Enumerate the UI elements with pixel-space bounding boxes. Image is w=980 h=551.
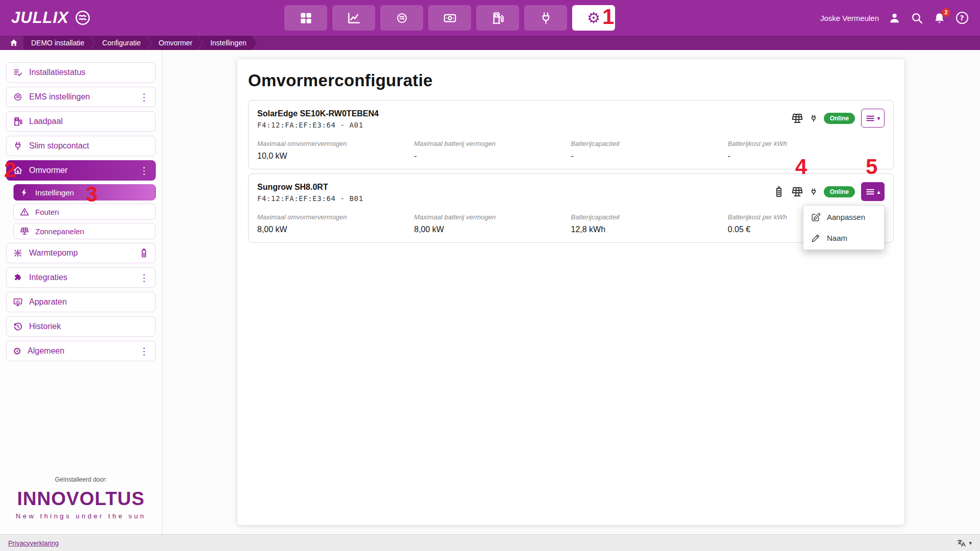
brand-brain-icon <box>73 8 92 28</box>
sidebar-item-label: Apparaten <box>29 297 67 307</box>
breadcrumb-item-installation[interactable]: DEMO installatie <box>23 36 94 50</box>
brand-wordmark: JULLIX <box>11 9 69 27</box>
annotation-4: 4 <box>795 156 807 178</box>
annotation-1: 1 <box>602 6 614 28</box>
device-card-sungrow: Sungrow SH8.0RT F4:12:FA:EF:E3:64 - B01 <box>248 173 894 243</box>
main-area: Omvormerconfiguratie SolarEdge SE10K-RW0… <box>162 50 980 534</box>
nav-finance-button[interactable] <box>428 5 471 31</box>
nav-consumption-button[interactable] <box>524 5 567 31</box>
device-header: Sungrow SH8.0RT F4:12:FA:EF:E3:64 - B01 <box>257 182 885 203</box>
breadcrumb-item-omvormer[interactable]: Omvormer <box>147 36 203 50</box>
banknote-icon <box>443 11 457 25</box>
privacy-link[interactable]: Privacyverklaring <box>8 539 59 547</box>
sidebar-item-label: Slim stopcontact <box>29 141 89 151</box>
sidebar-item-installatiestatus[interactable]: Installatiestatus <box>6 62 156 83</box>
solar-panel-icon <box>791 112 803 124</box>
sidebar-item-label: Omvormer <box>29 166 68 175</box>
breadcrumb: DEMO installatie Configuratie Omvormer I… <box>0 36 980 50</box>
sidebar-item-fouten[interactable]: Fouten <box>13 204 156 220</box>
sidebar-item-label: Algemeen <box>28 346 64 356</box>
field-max-inverter-power: Maximaal omvormervermogen 10,0 kW <box>257 140 414 161</box>
field-max-battery-power: Maximaal batterij vermogen - <box>414 140 571 161</box>
search-icon <box>911 12 923 24</box>
kebab-menu-icon[interactable]: ⋮ <box>139 273 149 283</box>
field-max-inverter-power: Maximaal omvormervermogen 8,00 kW <box>257 213 414 234</box>
sidebar-item-integraties[interactable]: Integraties ⋮ <box>6 267 156 288</box>
nav-dashboard-button[interactable] <box>284 5 327 31</box>
sidebar-item-label: Instellingen <box>35 188 74 197</box>
profile-button[interactable] <box>888 11 901 25</box>
device-menu-button-open[interactable]: ▴ <box>861 182 885 201</box>
sidebar-item-warmtepomp[interactable]: Warmtepomp <box>6 243 156 263</box>
search-button[interactable] <box>910 11 924 25</box>
brand-logo[interactable]: JULLIX <box>11 8 92 28</box>
line-chart-icon <box>347 11 361 25</box>
sidebar-item-instellingen[interactable]: Instellingen <box>13 184 156 201</box>
device-header: SolarEdge SE10K-RW0TEBEN4 F4:12:FA:EF:E3… <box>257 109 885 130</box>
gear-icon: ⚙ <box>587 11 600 26</box>
menu-item-aanpassen[interactable]: Aanpassen <box>803 207 884 228</box>
annotation-5: 5 <box>866 156 877 178</box>
device-name: Sungrow SH8.0RT <box>257 182 363 192</box>
nav-ems-button[interactable] <box>380 5 423 31</box>
top-nav: ⚙ <box>284 5 615 31</box>
home-icon[interactable] <box>9 38 18 47</box>
chevron-down-icon: ▾ <box>969 540 972 546</box>
sidebar-item-omvormer[interactable]: Omvormer ⋮ <box>6 160 156 181</box>
device-menu-button[interactable]: ▾ <box>861 109 885 128</box>
breadcrumb-items: DEMO installatie Configuratie Omvormer I… <box>23 36 257 50</box>
grid-plug-icon <box>810 188 818 196</box>
sidebar-item-label: Installatiestatus <box>29 68 85 77</box>
breadcrumb-item-instellingen[interactable]: Instellingen <box>199 36 257 50</box>
device-address: F4:12:FA:EF:E3:64 - A01 <box>257 121 379 130</box>
device-address: F4:12:FA:EF:E3:64 - B01 <box>257 194 363 203</box>
plug-icon <box>539 11 553 25</box>
device-titles: Sungrow SH8.0RT F4:12:FA:EF:E3:64 - B01 <box>257 182 363 203</box>
rename-icon <box>811 233 821 243</box>
sidebar-item-laadpaal[interactable]: Laadpaal <box>6 111 156 132</box>
grid-plug-icon <box>810 114 818 122</box>
field-battery-capacity: Batterijcapaciteit - <box>571 140 728 161</box>
sidebar: Installatiestatus EMS instellingen ⋮ <box>0 50 162 534</box>
edit-icon <box>811 212 821 222</box>
footer: Privacyverklaring ▾ <box>0 534 980 551</box>
sidebar-item-historiek[interactable]: Historiek <box>6 316 156 337</box>
sidebar-item-label: Integraties <box>29 273 67 282</box>
device-context-menu: Aanpassen Naam <box>803 205 885 250</box>
installer-tagline: New things under the sun <box>0 512 162 520</box>
device-fields: Maximaal omvormervermogen 8,00 kW Maxima… <box>257 213 885 234</box>
sidebar-item-apparaten[interactable]: Apparaten <box>6 292 156 312</box>
plug-icon <box>13 141 23 151</box>
notifications-button[interactable]: 2 <box>933 11 946 25</box>
annotation-3: 3 <box>86 184 97 205</box>
field-battery-capacity: Batterijcapaciteit 12,8 kWh <box>571 213 728 234</box>
menu-item-naam[interactable]: Naam <box>803 228 884 248</box>
topbar: JULLIX <box>0 0 980 36</box>
sidebar-item-ems-instellingen[interactable]: EMS instellingen ⋮ <box>6 87 156 107</box>
content-card: Omvormerconfiguratie SolarEdge SE10K-RW0… <box>237 59 904 525</box>
chevron-down-icon: ▾ <box>877 115 880 121</box>
nav-charts-button[interactable] <box>332 5 375 31</box>
help-button[interactable]: ? <box>955 11 969 25</box>
nav-charging-button[interactable] <box>476 5 519 31</box>
kebab-menu-icon[interactable]: ⋮ <box>139 346 149 356</box>
sidebar-item-slim-stopcontact[interactable]: Slim stopcontact <box>6 136 156 156</box>
annotation-2: 2 <box>4 159 16 181</box>
sidebar-item-algemeen[interactable]: ⚙ Algemeen ⋮ <box>6 341 156 361</box>
field-max-battery-power: Maximaal batterij vermogen 8,00 kW <box>414 213 571 234</box>
dashboard-icon <box>299 11 313 25</box>
language-selector[interactable]: ▾ <box>957 538 972 548</box>
installed-by-label: Geïnstalleerd door: <box>0 476 162 483</box>
warning-icon <box>20 207 29 216</box>
battery-status-icon <box>139 248 149 258</box>
sidebar-item-zonnepanelen[interactable]: Zonnepanelen <box>13 223 156 239</box>
kebab-menu-icon[interactable]: ⋮ <box>139 92 149 102</box>
kebab-menu-icon[interactable]: ⋮ <box>139 166 149 176</box>
device-status-icons: Online ▾ <box>791 109 885 128</box>
status-badge: Online <box>824 186 855 197</box>
help-icon: ? <box>956 12 968 24</box>
bolt-icon <box>20 188 29 197</box>
brain-icon <box>395 11 409 25</box>
device-name: SolarEdge SE10K-RW0TEBEN4 <box>257 109 379 118</box>
breadcrumb-item-configuratie[interactable]: Configuratie <box>90 36 151 50</box>
